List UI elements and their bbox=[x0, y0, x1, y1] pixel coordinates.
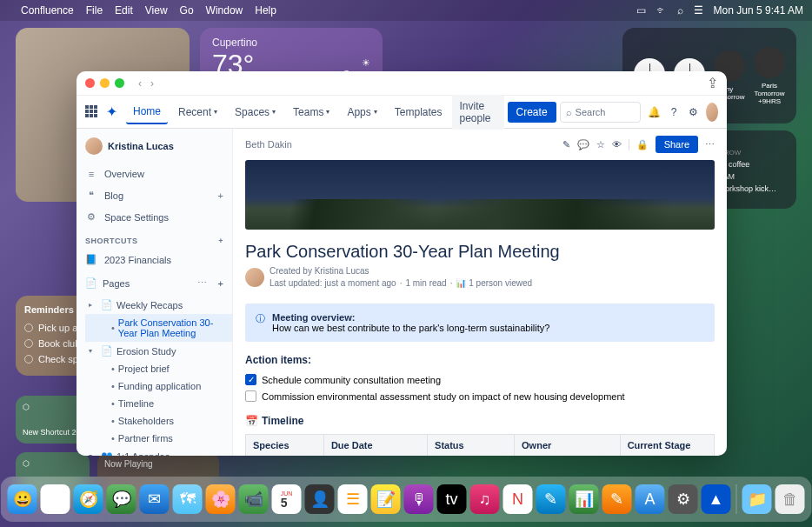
tree-item[interactable]: •Stakeholders bbox=[85, 412, 232, 430]
nav-recent[interactable]: Recent▾ bbox=[171, 101, 224, 123]
menubar-item[interactable]: Edit bbox=[115, 4, 133, 17]
dock-appstore[interactable]: A bbox=[636, 484, 665, 514]
plus-icon[interactable]: + bbox=[218, 237, 223, 245]
sidebar-blog[interactable]: ❝Blog+ bbox=[77, 184, 232, 206]
dock-contacts[interactable]: 👤 bbox=[305, 484, 335, 514]
dock-facetime[interactable]: 📹 bbox=[239, 484, 269, 514]
tree-item[interactable]: ▸📄Weekly Recaps bbox=[85, 296, 232, 314]
macos-menubar: Confluence File Edit View Go Window Help… bbox=[0, 0, 812, 21]
expand-icon[interactable]: ▸ bbox=[89, 301, 92, 309]
dock-finder[interactable]: 😀 bbox=[8, 484, 37, 514]
forward-button[interactable]: › bbox=[150, 77, 154, 90]
comment-icon[interactable]: 💬 bbox=[577, 139, 589, 150]
menubar-item[interactable]: View bbox=[145, 4, 168, 17]
tree-item[interactable]: •Partner firms bbox=[85, 430, 232, 447]
page-byline: Created by Kristina Lucas Last updated: … bbox=[233, 265, 727, 298]
checkbox[interactable] bbox=[245, 390, 256, 402]
pages-header[interactable]: 📄Pages⋯+ bbox=[77, 270, 232, 296]
control-center-icon[interactable]: ☰ bbox=[694, 4, 703, 17]
tree-item[interactable]: •Timeline bbox=[85, 395, 232, 412]
dock-tv[interactable]: tv bbox=[437, 484, 467, 514]
menubar-item[interactable]: Window bbox=[206, 4, 243, 17]
battery-icon[interactable]: ▭ bbox=[636, 4, 646, 17]
share-button[interactable]: Share bbox=[656, 136, 698, 153]
dock-news[interactable]: N bbox=[503, 484, 533, 514]
create-button[interactable]: Create bbox=[508, 102, 556, 123]
tree-item[interactable]: •Funding application bbox=[85, 377, 232, 395]
column-header: Due Date bbox=[323, 435, 427, 457]
tree-item[interactable]: ▾📄Erosion Study bbox=[85, 342, 232, 360]
dock-messages[interactable]: 💬 bbox=[107, 484, 136, 514]
help-icon[interactable]: ? bbox=[668, 103, 680, 122]
dock-confluence[interactable]: ▲ bbox=[702, 484, 731, 514]
plus-icon[interactable]: + bbox=[218, 190, 223, 201]
settings-icon[interactable]: ⚙ bbox=[687, 103, 699, 122]
search-icon[interactable]: ⌕ bbox=[677, 4, 683, 17]
timeline-header: 📅Timeline bbox=[233, 406, 727, 430]
space-header[interactable]: Kristina Lucas bbox=[77, 129, 232, 163]
minimize-button[interactable] bbox=[100, 78, 110, 88]
maximize-button[interactable] bbox=[115, 78, 124, 88]
notifications-icon[interactable]: 🔔 bbox=[648, 103, 661, 122]
edit-icon[interactable]: ✎ bbox=[562, 139, 570, 150]
watch-icon[interactable]: 👁 bbox=[612, 139, 622, 150]
dock-freeform[interactable]: ✎ bbox=[536, 484, 566, 514]
shortcut-item[interactable]: 📘2023 Financials bbox=[77, 249, 232, 270]
dock-settings[interactable]: ⚙ bbox=[669, 484, 698, 514]
expand-icon[interactable]: ▾ bbox=[89, 347, 92, 355]
restrictions-icon[interactable]: 🔒 bbox=[629, 139, 649, 150]
dock-music[interactable]: ♫ bbox=[470, 484, 500, 514]
close-button[interactable] bbox=[85, 78, 95, 88]
confluence-logo-icon[interactable]: ✦ bbox=[106, 103, 117, 120]
app-switcher-icon[interactable] bbox=[85, 105, 97, 119]
page-content: Beth Dakin ✎ 💬 ☆ 👁 🔒 Share ⋯ Park Conser… bbox=[233, 129, 727, 456]
action-item: ✓Schedule community consultation meeting bbox=[245, 371, 715, 388]
breadcrumb[interactable]: Beth Dakin bbox=[245, 139, 292, 150]
dock-safari[interactable]: 🧭 bbox=[74, 484, 103, 514]
user-avatar[interactable] bbox=[706, 103, 718, 122]
dock-mail[interactable]: ✉ bbox=[140, 484, 170, 514]
author-avatar[interactable] bbox=[245, 268, 264, 287]
dock-notes[interactable]: 📝 bbox=[371, 484, 401, 514]
tree-item[interactable]: •Project brief bbox=[85, 360, 232, 377]
search-input[interactable]: ⌕Search bbox=[560, 102, 642, 123]
plus-icon[interactable]: + bbox=[218, 278, 223, 289]
dock-maps[interactable]: 🗺 bbox=[173, 484, 203, 514]
dock-photos[interactable]: 🌸 bbox=[206, 484, 236, 514]
dock-downloads[interactable]: 📁 bbox=[742, 484, 772, 514]
checkbox[interactable]: ✓ bbox=[245, 374, 256, 385]
dock-podcasts[interactable]: 🎙 bbox=[404, 484, 434, 514]
tree-item[interactable]: ▾👥1:1 Agendas bbox=[85, 447, 232, 456]
sidebar-space-settings[interactable]: ⚙Space Settings bbox=[77, 206, 232, 228]
dock-reminders[interactable]: ☰ bbox=[338, 484, 368, 514]
dock-pages[interactable]: ✎ bbox=[602, 484, 632, 514]
menubar-item[interactable]: Help bbox=[255, 4, 276, 17]
nav-home[interactable]: Home bbox=[126, 100, 168, 124]
dock-numbers[interactable]: 📊 bbox=[569, 484, 599, 514]
more-icon[interactable]: ⋯ bbox=[705, 139, 715, 150]
nav-spaces[interactable]: Spaces▾ bbox=[228, 101, 283, 123]
nav-apps[interactable]: Apps▾ bbox=[340, 101, 383, 123]
menubar-item[interactable]: File bbox=[86, 4, 103, 17]
menubar-datetime[interactable]: Mon Jun 5 9:41 AM bbox=[714, 4, 803, 17]
star-icon[interactable]: ☆ bbox=[596, 139, 605, 150]
dock-trash[interactable]: 🗑 bbox=[775, 484, 805, 514]
share-icon[interactable]: ⇪ bbox=[707, 75, 718, 91]
wifi-icon[interactable]: ᯤ bbox=[656, 4, 667, 17]
more-icon[interactable]: ⋯ bbox=[197, 277, 208, 289]
nav-templates[interactable]: Templates bbox=[388, 101, 449, 123]
tree-item[interactable]: •Park Conservation 30-Year Plan Meeting bbox=[85, 314, 232, 342]
dock-launchpad[interactable]: ▦ bbox=[41, 484, 70, 514]
nav-teams[interactable]: Teams▾ bbox=[286, 101, 336, 123]
expand-icon[interactable]: ▾ bbox=[89, 452, 92, 456]
dock-calendar[interactable]: JUN5 bbox=[272, 484, 302, 514]
sidebar-overview[interactable]: ≡Overview bbox=[77, 163, 232, 184]
menubar-item[interactable]: Go bbox=[180, 4, 194, 17]
back-button[interactable]: ‹ bbox=[138, 77, 142, 90]
menubar-app[interactable]: Confluence bbox=[21, 4, 74, 17]
author-link[interactable]: Kristina Lucas bbox=[315, 266, 369, 276]
gear-icon: ⚙ bbox=[85, 211, 97, 223]
search-icon: ⌕ bbox=[566, 107, 572, 117]
topnav: ✦ Home Recent▾ Spaces▾ Teams▾ Apps▾ Temp… bbox=[77, 96, 727, 129]
invite-people-button[interactable]: Invite people bbox=[452, 95, 503, 130]
